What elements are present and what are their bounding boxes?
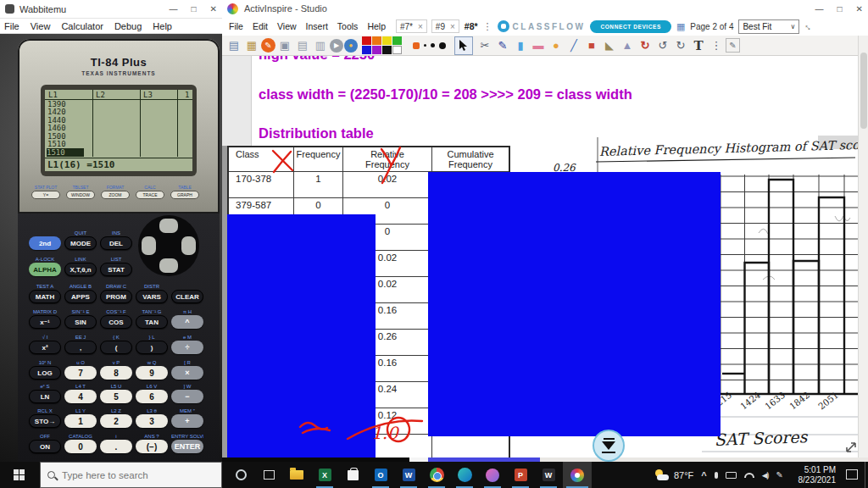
menu-item[interactable]: Help — [153, 21, 172, 31]
microphone-icon[interactable] — [715, 472, 718, 479]
vertical-scrollbar[interactable] — [858, 36, 868, 469]
calc-key[interactable]: 2 — [100, 414, 132, 428]
calc-key[interactable]: . — [100, 440, 132, 453]
blue-cover-box-center[interactable] — [428, 172, 721, 436]
calc-key[interactable]: STAT — [100, 263, 132, 276]
calc-key[interactable]: PRGM — [100, 290, 132, 303]
blue-cover-box-left[interactable] — [227, 214, 376, 460]
reveal-pull-button[interactable] — [593, 430, 625, 462]
calc-key[interactable]: COS — [100, 315, 132, 329]
calc-key[interactable]: (−) — [136, 440, 168, 453]
menu-item[interactable]: File — [229, 21, 243, 31]
show-desktop-button[interactable] — [865, 462, 868, 488]
calc-key[interactable]: ENTER — [171, 440, 203, 453]
file-explorer-button[interactable] — [283, 462, 310, 488]
calc-key[interactable]: 0 — [64, 440, 97, 453]
function-key[interactable]: GRAPH — [170, 191, 199, 199]
start-button[interactable] — [0, 462, 39, 488]
minimize-icon[interactable]: — — [170, 4, 178, 14]
menu-item[interactable]: Tools — [337, 21, 359, 31]
flipchart-icon[interactable]: ▤ — [225, 37, 242, 54]
volume-icon[interactable]: ◀) — [762, 471, 769, 480]
dpad-up-button[interactable] — [159, 219, 178, 233]
close-icon[interactable]: ✕ — [210, 4, 217, 14]
reset-page-icon[interactable]: ↻ — [637, 37, 654, 54]
calc-key[interactable]: 9 — [136, 366, 168, 380]
presenter-board-icon[interactable]: ▦ — [243, 37, 260, 54]
calc-key[interactable]: 8 — [100, 366, 132, 380]
activinspire-titlebar[interactable]: ActivInspire - Studio — □ ✕ — [222, 0, 868, 17]
tray-chevron-icon[interactable]: ^ — [701, 470, 706, 480]
more-tools-icon[interactable]: ⋮ — [708, 37, 725, 54]
menu-item[interactable]: Help — [367, 21, 386, 31]
search-input[interactable] — [62, 470, 206, 480]
tab-close-icon[interactable]: × — [418, 22, 423, 31]
dpad-down-button[interactable] — [159, 258, 178, 273]
cortana-button[interactable] — [227, 462, 254, 488]
calc-key[interactable]: 6 — [136, 390, 168, 403]
palette-color-swatch[interactable] — [392, 46, 402, 54]
expand-icon[interactable]: ↔ — [803, 19, 816, 33]
eraser-tool-icon[interactable]: ▬ — [530, 37, 547, 54]
xacto-tool-icon[interactable]: ✂ — [476, 37, 493, 54]
function-key[interactable]: WINDOW — [66, 191, 95, 199]
flipchart-tab[interactable]: #7* × — [396, 19, 427, 33]
select-tool-active[interactable] — [454, 36, 473, 55]
calc-key[interactable]: X,T,θ,n — [64, 263, 97, 276]
palette-color-swatch[interactable] — [392, 36, 402, 45]
calc-key[interactable]: DEL — [100, 236, 132, 250]
outlook-button[interactable]: O — [367, 462, 394, 488]
highlighter-tool-icon[interactable]: ▮ — [512, 37, 529, 54]
taskbar-search[interactable] — [40, 462, 222, 488]
calc-key[interactable]: ON — [29, 440, 61, 453]
page-browser-icon[interactable]: ▦ — [676, 21, 685, 32]
calc-key[interactable]: 5 — [100, 390, 132, 403]
desktop-tools-icon[interactable]: ▣ — [276, 37, 293, 54]
play-sound-icon[interactable]: ▶ — [330, 39, 343, 53]
calc-key[interactable]: 1 — [64, 414, 97, 428]
connector-tool-icon[interactable]: ╱ — [565, 37, 582, 54]
text-tool-icon[interactable]: T — [690, 37, 707, 54]
calc-key[interactable]: CLEAR — [171, 290, 203, 303]
maximize-icon[interactable]: □ — [837, 4, 843, 14]
minimize-icon[interactable]: — — [815, 4, 824, 14]
chrome-button[interactable] — [423, 462, 450, 488]
design-mode-icon[interactable]: ✎ — [726, 38, 740, 53]
taskbar-clock[interactable]: 5:01 PM 8/23/2021 — [798, 462, 837, 488]
menu-item[interactable]: Calculator — [61, 21, 103, 31]
dpad-right-button[interactable] — [181, 236, 196, 255]
palette-color-swatch[interactable] — [372, 36, 381, 45]
dpad[interactable] — [138, 215, 199, 276]
flipchart-canvas[interactable]: high value = 2250 class width = (2250-17… — [222, 56, 868, 469]
calc-key[interactable]: ( — [100, 341, 132, 354]
export-icon[interactable]: ▥ — [312, 37, 329, 54]
ruler-tool-icon[interactable]: ◣ — [601, 37, 618, 54]
resize-handle-icon[interactable] — [843, 440, 859, 455]
pen-settings-icon[interactable]: ✎ — [776, 470, 783, 480]
menu-item[interactable]: Debug — [114, 21, 142, 31]
tab-close-icon[interactable]: × — [450, 22, 455, 31]
calc-key[interactable]: ALPHA — [29, 263, 61, 276]
calc-key[interactable]: − — [171, 390, 203, 403]
tab-overflow-icon[interactable]: ⋮ — [483, 21, 492, 32]
calc-key[interactable]: 7 — [64, 366, 97, 380]
menu-item[interactable]: View — [277, 21, 297, 31]
calc-key[interactable]: VARS — [136, 290, 168, 303]
palette-color-swatch[interactable] — [362, 46, 371, 54]
palette-color-swatch[interactable] — [382, 36, 392, 45]
calc-key[interactable]: ) — [136, 341, 168, 354]
calc-key[interactable]: x² — [29, 341, 61, 354]
calc-key[interactable]: + — [171, 414, 203, 428]
calc-key[interactable]: ÷ — [171, 341, 203, 354]
wabbitemu-titlebar[interactable]: Wabbitemu — □ ✕ — [0, 0, 222, 19]
wabbitemu-taskbar-button[interactable]: W — [535, 462, 562, 488]
annotate-desktop-icon[interactable]: ✎ — [261, 38, 275, 53]
palette-color-swatch[interactable] — [382, 46, 392, 54]
shapes-tool-icon[interactable]: ■ — [583, 37, 600, 54]
menu-item[interactable]: Insert — [306, 21, 328, 31]
pen-tool-icon[interactable]: ✎ — [494, 37, 511, 54]
calc-key[interactable]: ^ — [171, 315, 203, 329]
weather-widget[interactable]: 87°F — [654, 469, 693, 480]
fit-mode-select[interactable]: Best Fit ∨ — [738, 19, 799, 34]
fill-tool-icon[interactable]: ● — [548, 37, 565, 54]
